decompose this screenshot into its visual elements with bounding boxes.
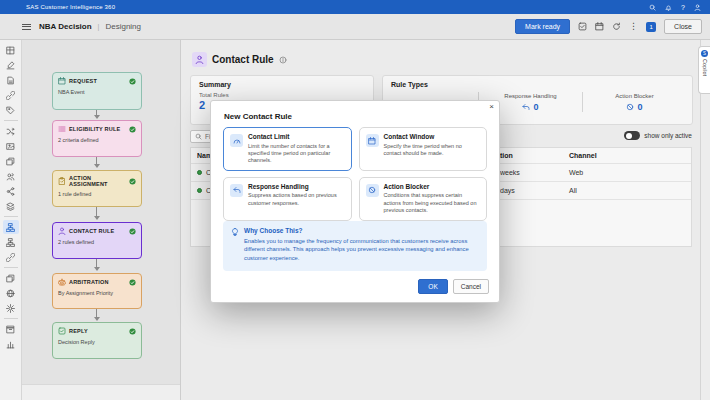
stat-value: 0 — [637, 102, 642, 112]
user-icon[interactable] — [694, 4, 701, 11]
sidebar-item-shuffle[interactable] — [3, 124, 19, 138]
flow-node-subtitle: 1 rule defined — [58, 191, 136, 197]
flow-node-subtitle: By Assignment Priority — [58, 290, 136, 296]
rail-divider — [4, 120, 18, 121]
option-response-handling[interactable]: Response Handling Suppress actions based… — [223, 177, 352, 221]
right-rail — [700, 40, 710, 400]
rail-divider — [4, 267, 18, 268]
rule-types-heading: Rule Types — [391, 81, 684, 88]
sidebar-item-tag[interactable] — [3, 103, 19, 117]
sidebar-item-decision[interactable] — [3, 220, 19, 234]
flow-node-contact-rule[interactable]: CONTACT RULE 2 rules defined — [52, 222, 142, 259]
close-button[interactable]: Close — [664, 19, 702, 34]
page-title: Contact Rule — [212, 54, 274, 65]
flow-node-subtitle: 2 rules defined — [58, 239, 136, 245]
sidebar-item-archive[interactable] — [3, 322, 19, 336]
help-icon[interactable]: ? — [681, 4, 685, 11]
copilot-label: Copilot — [702, 59, 708, 76]
sidebar-item-grid[interactable] — [3, 43, 19, 57]
option-contact-limit[interactable]: Contact Limit Limit the number of contac… — [223, 127, 352, 171]
option-desc: Specify the time period when no contact … — [384, 143, 481, 158]
bell-icon[interactable] — [665, 4, 672, 11]
response-icon — [522, 103, 530, 111]
copilot-tab[interactable]: S Copilot — [698, 46, 710, 94]
validate-icon[interactable] — [578, 22, 587, 31]
column-channel[interactable]: Channel — [569, 152, 685, 159]
flow-node-request[interactable]: REQUEST NBA Event — [52, 72, 142, 110]
flow-arrow — [94, 115, 100, 119]
contact-person-icon — [58, 227, 66, 235]
stat-value: 0 — [533, 102, 538, 112]
option-title: Action Blocker — [384, 183, 481, 190]
flow-node-reply[interactable]: REPLY Decision Reply — [52, 322, 142, 359]
new-contact-rule-dialog: × New Contact Rule Contact Limit Limit t… — [210, 100, 500, 303]
rule-channel: All — [569, 187, 685, 194]
sidebar-item-layers[interactable] — [3, 199, 19, 213]
scale-icon — [58, 278, 66, 286]
sidebar-item-sitemap[interactable] — [3, 235, 19, 249]
active-status-dot — [197, 188, 202, 193]
flow-arrow — [94, 164, 100, 168]
sidebar-item-users[interactable] — [3, 169, 19, 183]
cancel-button[interactable]: Cancel — [453, 279, 489, 294]
flow-node-title: ACTION ASSIGNMENT — [69, 175, 126, 187]
decision-flow-panel: REQUEST NBA Event ELIGIBILITY RULE 2 cri… — [22, 40, 181, 400]
flow-node-action-assignment[interactable]: ACTION ASSIGNMENT 1 rule defined — [52, 170, 142, 207]
sidebar-item-image[interactable] — [3, 139, 19, 153]
rail-divider — [4, 216, 18, 217]
flow-node-subtitle: Decision Reply — [58, 339, 136, 345]
notification-badge[interactable]: 1 — [646, 22, 656, 32]
sidebar-item-layout[interactable] — [3, 154, 19, 168]
toggle-label: show only active — [644, 132, 692, 139]
option-title: Response Handling — [248, 183, 345, 190]
decision-mode: Designing — [105, 22, 141, 31]
flow-node-subtitle: 2 criteria defined — [58, 137, 136, 143]
option-action-blocker[interactable]: Action Blocker Conditions that suppress … — [359, 177, 488, 221]
info-icon[interactable] — [279, 56, 287, 64]
option-title: Contact Window — [384, 133, 481, 140]
flow-node-arbitration[interactable]: ARBITRATION By Assignment Priority — [52, 273, 142, 309]
check-circle-icon — [129, 126, 136, 133]
sidebar-item-globe[interactable] — [3, 286, 19, 300]
gauge-icon — [230, 134, 243, 147]
clipboard-icon — [58, 177, 66, 185]
sidebar-item-share[interactable] — [3, 184, 19, 198]
sidebar-item-gear[interactable] — [3, 301, 19, 315]
reply-check-icon — [58, 327, 66, 335]
mark-ready-button[interactable]: Mark ready — [515, 19, 570, 34]
kebab-icon[interactable]: ⋮ — [629, 22, 638, 31]
stat-label: Response Handling — [504, 93, 556, 99]
flow-node-title: ELIGIBILITY RULE — [69, 126, 126, 132]
check-circle-icon — [129, 228, 136, 235]
search-icon[interactable] — [649, 4, 656, 11]
left-icon-rail — [0, 40, 22, 400]
flow-node-title: ARBITRATION — [69, 279, 126, 285]
sidebar-item-document[interactable] — [3, 73, 19, 87]
menu-icon[interactable] — [22, 24, 31, 30]
sidebar-item-stack[interactable] — [3, 271, 19, 285]
rule-channel: Web — [569, 169, 685, 176]
check-circle-icon — [129, 178, 136, 185]
sidebar-item-link[interactable] — [3, 88, 19, 102]
breadcrumb-separator: | — [98, 23, 100, 30]
schedule-icon[interactable] — [595, 22, 604, 31]
show-only-active-toggle[interactable] — [624, 131, 640, 140]
summary-total-label: Total Rules — [199, 92, 365, 98]
check-circle-icon — [129, 78, 136, 85]
summary-heading: Summary — [199, 81, 365, 88]
check-circle-icon — [129, 328, 136, 335]
close-icon[interactable]: × — [489, 102, 494, 111]
sidebar-item-report[interactable] — [3, 337, 19, 351]
flow-node-eligibility-rule[interactable]: ELIGIBILITY RULE 2 criteria defined — [52, 120, 142, 157]
flow-node-subtitle: NBA Event — [58, 89, 136, 95]
option-contact-window[interactable]: Contact Window Specify the time period w… — [359, 127, 488, 171]
ok-button[interactable]: OK — [418, 279, 447, 294]
copilot-icon: S — [701, 50, 708, 57]
rail-divider — [4, 318, 18, 319]
app-title: SAS Customer Intelligence 360 — [26, 4, 115, 10]
app-bar: SAS Customer Intelligence 360 ? — [0, 0, 710, 14]
flow-node-title: REPLY — [69, 328, 126, 334]
refresh-icon[interactable] — [612, 22, 621, 31]
sidebar-item-connect[interactable] — [3, 250, 19, 264]
sidebar-item-edit[interactable] — [3, 58, 19, 72]
